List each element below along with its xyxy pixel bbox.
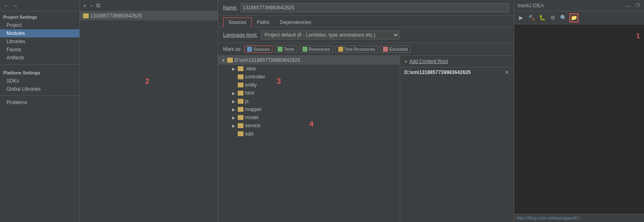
model-folder-label: model bbox=[245, 115, 258, 120]
plus-icon: + bbox=[404, 58, 407, 65]
main-window: 1 2 3 4 ← → Project Settings Project Mod… bbox=[0, 0, 644, 222]
file-tree: ▼ D:\xm\1318857739983642625 ▶ .idea bbox=[218, 56, 400, 222]
mark-test-resources-label: Test Resources bbox=[344, 47, 375, 52]
resources-folder-icon bbox=[302, 47, 307, 52]
content-root-item[interactable]: D:\xm\1318857739983642625 ✕ bbox=[400, 67, 514, 77]
sqls-folder-label: sqls bbox=[245, 131, 254, 137]
name-row: Name: bbox=[218, 0, 514, 16]
sidebar-item-sdks[interactable]: SDKs bbox=[0, 77, 79, 85]
root-folder-icon bbox=[227, 58, 233, 63]
right-panel: IntelliJ IDEA — ❐ ▶ 🔨 🐛 ⚙ 🔍 📁 1 https://… bbox=[514, 0, 644, 222]
sidebar-item-project[interactable]: Project bbox=[0, 21, 79, 29]
html-folder-label: html bbox=[245, 90, 254, 96]
annotation-2: 2 bbox=[145, 77, 149, 86]
mark-as-label: Mark as: bbox=[223, 46, 242, 52]
profile-button[interactable]: ⚙ bbox=[548, 13, 557, 22]
mark-as-row: Mark as: Sources Tests Resources Test Re… bbox=[218, 43, 514, 56]
tree-item-entity[interactable]: entity bbox=[218, 81, 400, 89]
search-button[interactable]: 🔍 bbox=[559, 13, 568, 22]
idea-toolbar: ▶ 🔨 🐛 ⚙ 🔍 📁 bbox=[514, 11, 644, 24]
html-folder-icon bbox=[238, 91, 243, 96]
controller-folder-icon bbox=[238, 74, 243, 79]
mark-resources-button[interactable]: Resources bbox=[300, 46, 333, 53]
sidebar-item-problems[interactable]: Problems bbox=[0, 98, 79, 107]
status-bar[interactable]: https://blog.csdn.net/davingjava9/1... bbox=[514, 214, 644, 222]
mapper-folder-label: mapper bbox=[245, 107, 262, 112]
remove-content-root-button[interactable]: ✕ bbox=[504, 70, 510, 75]
root-expand-icon: ▼ bbox=[221, 58, 226, 63]
tree-item-idea[interactable]: ▶ .idea bbox=[218, 65, 400, 73]
content-root-path: D:\xm\1318857739983642625 bbox=[404, 70, 502, 75]
add-content-root-label: Add Content Root bbox=[409, 59, 448, 64]
project-structure-button[interactable]: 📁 bbox=[570, 13, 578, 22]
mark-excluded-label: Excluded bbox=[389, 47, 407, 52]
run-button[interactable]: ▶ bbox=[517, 13, 526, 22]
status-bar-url: https://blog.csdn.net/davingjava9/1... bbox=[517, 216, 583, 220]
main-content: Name: Sources Paths Dependencies Languag… bbox=[218, 0, 514, 222]
debug-button[interactable]: 🐛 bbox=[538, 13, 547, 22]
tab-sources-label: Sources bbox=[228, 20, 246, 25]
mark-excluded-button[interactable]: Excluded bbox=[380, 46, 410, 53]
annotation-4: 4 bbox=[309, 120, 313, 128]
sidebar-item-facets[interactable]: Facets bbox=[0, 46, 79, 54]
tree-item-js[interactable]: ▶ js bbox=[218, 97, 400, 105]
forward-button[interactable]: → bbox=[11, 2, 19, 9]
module-toolbar: + − ⧉ bbox=[80, 0, 218, 11]
platform-settings-header: Platform Settings bbox=[0, 67, 79, 77]
problems-label: Problems bbox=[7, 100, 27, 105]
remove-module-button[interactable]: − bbox=[89, 2, 94, 9]
tree-item-controller[interactable]: controller bbox=[218, 73, 400, 81]
build-button[interactable]: 🔨 bbox=[527, 13, 536, 22]
name-input[interactable] bbox=[241, 3, 509, 12]
sidebar-item-global-libraries[interactable]: Global Libraries bbox=[0, 85, 79, 93]
tab-paths-label: Paths bbox=[257, 20, 269, 25]
idea-maximize-button[interactable]: ❐ bbox=[634, 2, 641, 9]
tree-item-model[interactable]: ▶ model bbox=[218, 113, 400, 122]
sidebar-divider bbox=[0, 64, 79, 65]
tree-item-service[interactable]: ▶ service bbox=[218, 122, 400, 130]
tree-root-label: D:\xm\1318857739983642625 bbox=[234, 57, 300, 63]
idea-minimize-button[interactable]: — bbox=[625, 2, 632, 9]
sidebar-nav-bar: ← → bbox=[0, 0, 79, 11]
language-select[interactable]: Project default (8 - Lambdas, type annot… bbox=[261, 30, 399, 39]
tree-item-html[interactable]: ▶ html bbox=[218, 89, 400, 97]
sidebar-item-modules[interactable]: Modules bbox=[0, 29, 79, 37]
model-folder-icon bbox=[238, 115, 243, 120]
add-content-root-button[interactable]: + Add Content Root bbox=[400, 56, 514, 67]
mark-sources-button[interactable]: Sources bbox=[244, 46, 272, 53]
mark-test-resources-button[interactable]: Test Resources bbox=[335, 46, 378, 53]
libraries-label: Libraries bbox=[7, 39, 25, 44]
mark-tests-button[interactable]: Tests bbox=[275, 46, 297, 53]
copy-module-button[interactable]: ⧉ bbox=[95, 2, 101, 9]
module-list: 1318857739983642625 bbox=[80, 11, 218, 222]
module-name: 1318857739983642625 bbox=[90, 13, 142, 19]
tab-dependencies-label: Dependencies bbox=[280, 20, 311, 25]
service-folder-label: service bbox=[245, 123, 261, 128]
content-area: ← → Project Settings Project Modules Lib… bbox=[0, 0, 644, 222]
tree-item-sqls[interactable]: sqls bbox=[218, 130, 400, 138]
module-item[interactable]: 1318857739983642625 bbox=[80, 11, 218, 20]
sidebar-item-libraries[interactable]: Libraries bbox=[0, 37, 79, 46]
content-root-panel: + Add Content Root D:\xm\131885773998364… bbox=[400, 56, 514, 222]
sources-folder-icon bbox=[247, 47, 252, 52]
global-libraries-label: Global Libraries bbox=[7, 86, 41, 92]
tab-dependencies[interactable]: Dependencies bbox=[275, 17, 317, 27]
tree-root-item[interactable]: ▼ D:\xm\1318857739983642625 bbox=[218, 56, 400, 65]
back-button[interactable]: ← bbox=[2, 2, 10, 9]
project-label: Project bbox=[7, 22, 22, 28]
tests-folder-icon bbox=[278, 47, 283, 52]
sidebar-item-artifacts[interactable]: Artifacts bbox=[0, 54, 79, 62]
sidebar: ← → Project Settings Project Modules Lib… bbox=[0, 0, 80, 222]
add-module-button[interactable]: + bbox=[82, 2, 87, 9]
sdks-label: SDKs bbox=[7, 78, 19, 84]
idea-expand-icon: ▶ bbox=[232, 67, 236, 71]
name-label: Name: bbox=[223, 5, 237, 11]
tab-paths[interactable]: Paths bbox=[252, 17, 275, 27]
entity-folder-label: entity bbox=[245, 82, 257, 88]
annotation-num1: 1 bbox=[636, 33, 640, 40]
tab-sources[interactable]: Sources bbox=[223, 17, 252, 27]
idea-folder-icon bbox=[238, 66, 243, 71]
mark-sources-label: Sources bbox=[253, 47, 269, 52]
tree-item-mapper[interactable]: ▶ mapper bbox=[218, 105, 400, 113]
idea-folder-label: .idea bbox=[245, 66, 256, 72]
